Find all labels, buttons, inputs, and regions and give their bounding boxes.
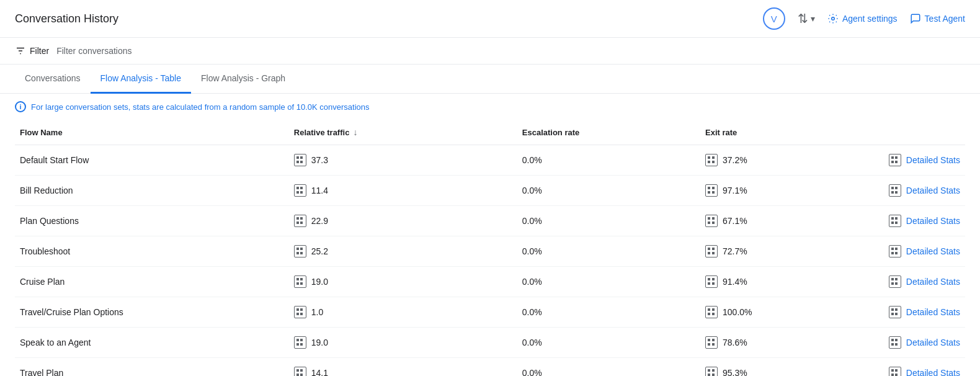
table-row: Default Start Flow 37.3 0.0% 37.2% <box>15 145 965 176</box>
cell-exit-rate: 37.2% <box>700 145 884 176</box>
cell-exit-rate: 97.1% <box>700 176 884 206</box>
tab-flow-analysis-graph[interactable]: Flow Analysis - Graph <box>191 65 295 94</box>
table-row: Speak to an Agent 19.0 0.0% 78.6% <box>15 328 965 358</box>
detailed-stats-link[interactable]: Detailed Stats <box>906 246 960 256</box>
col-header-exit-rate: Exit rate <box>700 120 884 145</box>
table-row: Plan Questions 22.9 0.0% 67.1% <box>15 206 965 236</box>
col-header-relative-traffic[interactable]: Relative traffic ↓ <box>289 120 517 145</box>
filter-label: Filter <box>30 46 49 56</box>
cell-exit-rate: 72.7% <box>700 236 884 267</box>
gear-icon <box>827 13 839 24</box>
test-agent-link[interactable]: Test Agent <box>910 13 965 24</box>
tabs-bar: Conversations Flow Analysis - Table Flow… <box>0 65 980 94</box>
detailed-stats-link[interactable]: Detailed Stats <box>906 277 960 287</box>
cell-relative-traffic: 19.0 <box>289 328 517 358</box>
test-agent-label: Test Agent <box>925 14 965 24</box>
cell-flow-name: Bill Reduction <box>15 176 289 206</box>
cell-escalation-rate: 0.0% <box>517 145 700 176</box>
cell-flow-name: Travel Plan <box>15 358 289 377</box>
filter-icon <box>15 45 26 56</box>
cell-exit-rate: 95.3% <box>700 358 884 377</box>
table-icon <box>889 215 901 227</box>
col-header-actions <box>884 120 965 145</box>
cell-flow-name: Troubleshoot <box>15 236 289 267</box>
cell-flow-name: Default Start Flow <box>15 145 289 176</box>
detailed-stats-link[interactable]: Detailed Stats <box>906 338 960 347</box>
table-icon <box>294 367 306 376</box>
cell-detailed-stats: Detailed Stats <box>884 236 965 267</box>
detailed-stats-link[interactable]: Detailed Stats <box>906 307 960 317</box>
agent-settings-label: Agent settings <box>842 14 898 24</box>
cell-detailed-stats: Detailed Stats <box>884 297 965 328</box>
cell-exit-rate: 91.4% <box>700 267 884 297</box>
cell-flow-name: Plan Questions <box>15 206 289 236</box>
svg-point-0 <box>832 17 835 20</box>
table-icon <box>294 245 306 257</box>
table-icon <box>705 367 718 376</box>
cell-relative-traffic: 11.4 <box>289 176 517 206</box>
cell-detailed-stats: Detailed Stats <box>884 358 965 377</box>
cell-relative-traffic: 14.1 <box>289 358 517 377</box>
col-header-flow-name: Flow Name <box>15 120 289 145</box>
table-icon <box>705 184 718 197</box>
info-icon: i <box>15 101 26 112</box>
tab-conversations[interactable]: Conversations <box>15 65 91 94</box>
table-row: Bill Reduction 11.4 0.0% 97.1% <box>15 176 965 206</box>
header-actions: V ⇅ ▾ Agent settings Test Agent <box>763 7 965 30</box>
cell-flow-name: Speak to an Agent <box>15 328 289 358</box>
cell-escalation-rate: 0.0% <box>517 176 700 206</box>
table-row: Cruise Plan 19.0 0.0% 91.4% <box>15 267 965 297</box>
page-title: Conversation History <box>15 12 118 25</box>
sort-down-icon: ↓ <box>353 127 357 137</box>
cell-detailed-stats: Detailed Stats <box>884 206 965 236</box>
detailed-stats-link[interactable]: Detailed Stats <box>906 368 960 376</box>
cell-flow-name: Cruise Plan <box>15 267 289 297</box>
cell-relative-traffic: 1.0 <box>289 297 517 328</box>
sort-button[interactable]: ⇅ ▾ <box>798 11 815 26</box>
cell-relative-traffic: 19.0 <box>289 267 517 297</box>
flow-analysis-table-container: Flow Name Relative traffic ↓ Escalation … <box>0 120 980 376</box>
table-icon <box>705 275 718 288</box>
detailed-stats-link[interactable]: Detailed Stats <box>906 186 960 195</box>
cell-escalation-rate: 0.0% <box>517 358 700 377</box>
table-icon <box>294 275 306 288</box>
table-icon <box>294 154 306 166</box>
detailed-stats-link[interactable]: Detailed Stats <box>906 216 960 226</box>
filter-placeholder: Filter conversations <box>56 46 131 56</box>
cell-detailed-stats: Detailed Stats <box>884 328 965 358</box>
detailed-stats-link[interactable]: Detailed Stats <box>906 155 960 165</box>
cell-flow-name: Travel/Cruise Plan Options <box>15 297 289 328</box>
table-row: Travel Plan 14.1 0.0% 95.3% <box>15 358 965 377</box>
cell-exit-rate: 78.6% <box>700 328 884 358</box>
cell-detailed-stats: Detailed Stats <box>884 176 965 206</box>
tab-flow-analysis-table[interactable]: Flow Analysis - Table <box>91 65 191 94</box>
table-icon <box>294 215 306 227</box>
swap-vert-icon: ⇅ <box>798 11 808 26</box>
chat-icon <box>910 13 921 24</box>
cell-detailed-stats: Detailed Stats <box>884 145 965 176</box>
cell-escalation-rate: 0.0% <box>517 297 700 328</box>
table-row: Travel/Cruise Plan Options 1.0 0.0% 100.… <box>15 297 965 328</box>
table-icon <box>889 275 901 288</box>
filter-bar: Filter Filter conversations <box>0 38 980 65</box>
cell-detailed-stats: Detailed Stats <box>884 267 965 297</box>
cell-relative-traffic: 25.2 <box>289 236 517 267</box>
cell-escalation-rate: 0.0% <box>517 328 700 358</box>
table-header-row: Flow Name Relative traffic ↓ Escalation … <box>15 120 965 145</box>
table-icon <box>294 306 306 318</box>
flow-analysis-table: Flow Name Relative traffic ↓ Escalation … <box>15 120 965 376</box>
table-icon <box>889 184 901 197</box>
chevron-down-icon: ▾ <box>811 14 815 24</box>
table-icon <box>889 367 901 376</box>
cell-escalation-rate: 0.0% <box>517 206 700 236</box>
table-icon <box>889 245 901 257</box>
avatar[interactable]: V <box>763 7 785 30</box>
cell-escalation-rate: 0.0% <box>517 236 700 267</box>
table-icon <box>889 154 901 166</box>
table-icon <box>705 245 718 257</box>
agent-settings-link[interactable]: Agent settings <box>827 13 898 24</box>
table-icon <box>705 336 718 349</box>
cell-escalation-rate: 0.0% <box>517 267 700 297</box>
col-header-escalation-rate: Escalation rate <box>517 120 700 145</box>
table-row: Troubleshoot 25.2 0.0% 72.7% <box>15 236 965 267</box>
